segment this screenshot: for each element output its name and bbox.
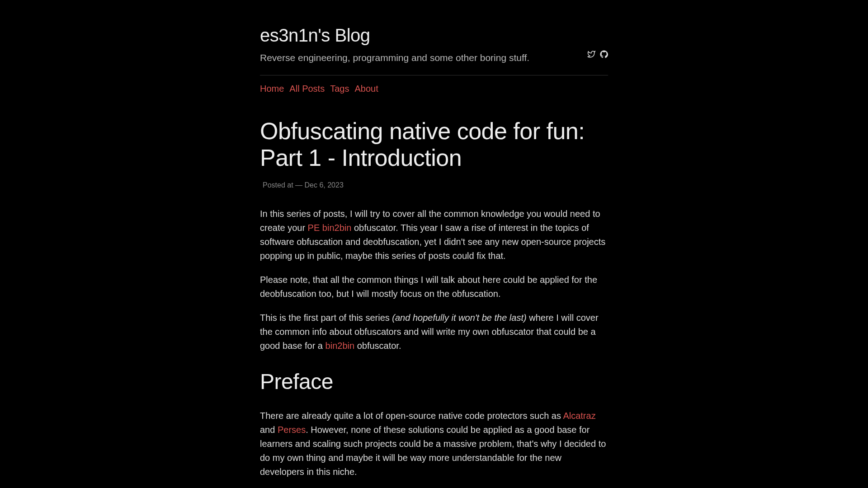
link-bin2bin-2[interactable]: bin2bin <box>326 341 355 351</box>
link-perses[interactable]: Perses <box>278 425 306 435</box>
github-icon[interactable] <box>600 48 608 62</box>
header-divider <box>260 75 608 75</box>
main-nav: Home All Posts Tags About <box>260 82 608 95</box>
twitter-icon[interactable] <box>587 48 595 62</box>
social-icons <box>587 48 608 65</box>
link-pe[interactable]: PE <box>308 223 320 233</box>
article-title: Obfuscating native code for fun: Part 1 … <box>260 118 608 172</box>
link-alcatraz[interactable]: Alcatraz <box>563 411 595 421</box>
intro-paragraph-1: In this series of posts, I will try to c… <box>260 207 608 263</box>
heading-preface: Preface <box>260 366 608 398</box>
post-meta: Posted at — Dec 6, 2023 <box>263 180 608 191</box>
nav-all-posts[interactable]: All Posts <box>289 82 325 95</box>
emphasis-note: (and hopefully it won't be the last) <box>392 313 526 323</box>
nav-home[interactable]: Home <box>260 82 284 95</box>
intro-paragraph-2: Please note, that all the common things … <box>260 273 608 301</box>
preface-paragraph-1: There are already quite a lot of open-so… <box>260 409 608 479</box>
intro-paragraph-3: This is the first part of this series (a… <box>260 311 608 353</box>
link-bin2bin[interactable]: bin2bin <box>322 223 352 233</box>
site-title[interactable]: es3n1n's Blog <box>260 22 529 49</box>
nav-about[interactable]: About <box>354 82 378 95</box>
nav-tags[interactable]: Tags <box>330 82 349 95</box>
site-tagline: Reverse engineering, programming and som… <box>260 51 529 65</box>
